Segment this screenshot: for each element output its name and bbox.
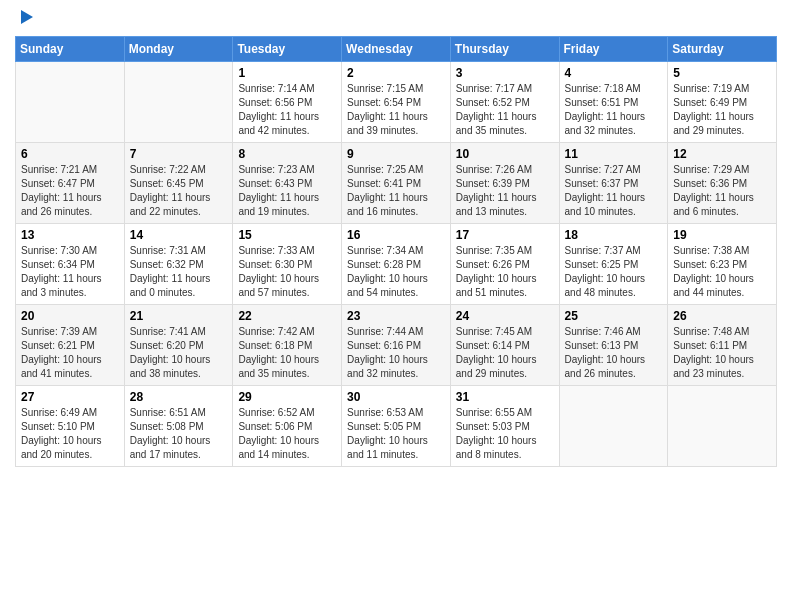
day-number: 11 <box>565 147 663 161</box>
day-number: 26 <box>673 309 771 323</box>
sunrise-text: Sunrise: 7:30 AM <box>21 245 97 256</box>
day-info: Sunrise: 7:45 AM Sunset: 6:14 PM Dayligh… <box>456 325 554 381</box>
day-info: Sunrise: 7:26 AM Sunset: 6:39 PM Dayligh… <box>456 163 554 219</box>
sunrise-text: Sunrise: 7:29 AM <box>673 164 749 175</box>
sunset-text: Sunset: 5:05 PM <box>347 421 421 432</box>
day-number: 19 <box>673 228 771 242</box>
day-number: 7 <box>130 147 228 161</box>
calendar-header-sunday: Sunday <box>16 37 125 62</box>
calendar-cell: 23 Sunrise: 7:44 AM Sunset: 6:16 PM Dayl… <box>342 305 451 386</box>
daylight-text: Daylight: 11 hours and 3 minutes. <box>21 273 102 298</box>
sunrise-text: Sunrise: 7:39 AM <box>21 326 97 337</box>
day-number: 14 <box>130 228 228 242</box>
sunset-text: Sunset: 5:08 PM <box>130 421 204 432</box>
day-number: 1 <box>238 66 336 80</box>
sunset-text: Sunset: 6:52 PM <box>456 97 530 108</box>
sunrise-text: Sunrise: 7:23 AM <box>238 164 314 175</box>
calendar-header-monday: Monday <box>124 37 233 62</box>
daylight-text: Daylight: 10 hours and 48 minutes. <box>565 273 646 298</box>
sunset-text: Sunset: 5:06 PM <box>238 421 312 432</box>
daylight-text: Daylight: 10 hours and 38 minutes. <box>130 354 211 379</box>
sunset-text: Sunset: 6:41 PM <box>347 178 421 189</box>
calendar-cell: 7 Sunrise: 7:22 AM Sunset: 6:45 PM Dayli… <box>124 143 233 224</box>
daylight-text: Daylight: 11 hours and 0 minutes. <box>130 273 211 298</box>
day-number: 12 <box>673 147 771 161</box>
day-info: Sunrise: 7:42 AM Sunset: 6:18 PM Dayligh… <box>238 325 336 381</box>
sunrise-text: Sunrise: 6:51 AM <box>130 407 206 418</box>
calendar-cell: 18 Sunrise: 7:37 AM Sunset: 6:25 PM Dayl… <box>559 224 668 305</box>
calendar-table: SundayMondayTuesdayWednesdayThursdayFrid… <box>15 36 777 467</box>
day-info: Sunrise: 6:51 AM Sunset: 5:08 PM Dayligh… <box>130 406 228 462</box>
day-number: 13 <box>21 228 119 242</box>
calendar-cell: 26 Sunrise: 7:48 AM Sunset: 6:11 PM Dayl… <box>668 305 777 386</box>
daylight-text: Daylight: 11 hours and 6 minutes. <box>673 192 754 217</box>
sunset-text: Sunset: 6:13 PM <box>565 340 639 351</box>
logo-arrow-icon <box>17 8 35 26</box>
calendar-week-4: 20 Sunrise: 7:39 AM Sunset: 6:21 PM Dayl… <box>16 305 777 386</box>
sunset-text: Sunset: 6:14 PM <box>456 340 530 351</box>
sunset-text: Sunset: 6:16 PM <box>347 340 421 351</box>
calendar-cell: 31 Sunrise: 6:55 AM Sunset: 5:03 PM Dayl… <box>450 386 559 467</box>
day-number: 9 <box>347 147 445 161</box>
day-number: 15 <box>238 228 336 242</box>
sunset-text: Sunset: 6:32 PM <box>130 259 204 270</box>
sunrise-text: Sunrise: 7:25 AM <box>347 164 423 175</box>
day-number: 6 <box>21 147 119 161</box>
sunrise-text: Sunrise: 7:15 AM <box>347 83 423 94</box>
daylight-text: Daylight: 11 hours and 29 minutes. <box>673 111 754 136</box>
daylight-text: Daylight: 11 hours and 22 minutes. <box>130 192 211 217</box>
day-info: Sunrise: 6:49 AM Sunset: 5:10 PM Dayligh… <box>21 406 119 462</box>
sunrise-text: Sunrise: 7:41 AM <box>130 326 206 337</box>
sunrise-text: Sunrise: 7:27 AM <box>565 164 641 175</box>
day-number: 20 <box>21 309 119 323</box>
calendar-cell: 12 Sunrise: 7:29 AM Sunset: 6:36 PM Dayl… <box>668 143 777 224</box>
day-info: Sunrise: 7:22 AM Sunset: 6:45 PM Dayligh… <box>130 163 228 219</box>
calendar-cell: 27 Sunrise: 6:49 AM Sunset: 5:10 PM Dayl… <box>16 386 125 467</box>
day-number: 25 <box>565 309 663 323</box>
sunrise-text: Sunrise: 7:34 AM <box>347 245 423 256</box>
sunset-text: Sunset: 6:49 PM <box>673 97 747 108</box>
day-info: Sunrise: 7:48 AM Sunset: 6:11 PM Dayligh… <box>673 325 771 381</box>
day-info: Sunrise: 7:21 AM Sunset: 6:47 PM Dayligh… <box>21 163 119 219</box>
calendar-cell: 17 Sunrise: 7:35 AM Sunset: 6:26 PM Dayl… <box>450 224 559 305</box>
sunrise-text: Sunrise: 7:48 AM <box>673 326 749 337</box>
day-info: Sunrise: 7:25 AM Sunset: 6:41 PM Dayligh… <box>347 163 445 219</box>
day-info: Sunrise: 7:23 AM Sunset: 6:43 PM Dayligh… <box>238 163 336 219</box>
calendar-cell: 30 Sunrise: 6:53 AM Sunset: 5:05 PM Dayl… <box>342 386 451 467</box>
sunset-text: Sunset: 6:54 PM <box>347 97 421 108</box>
day-number: 24 <box>456 309 554 323</box>
daylight-text: Daylight: 10 hours and 8 minutes. <box>456 435 537 460</box>
day-info: Sunrise: 7:30 AM Sunset: 6:34 PM Dayligh… <box>21 244 119 300</box>
day-number: 28 <box>130 390 228 404</box>
sunrise-text: Sunrise: 6:53 AM <box>347 407 423 418</box>
sunset-text: Sunset: 6:47 PM <box>21 178 95 189</box>
daylight-text: Daylight: 11 hours and 42 minutes. <box>238 111 319 136</box>
sunset-text: Sunset: 6:11 PM <box>673 340 747 351</box>
sunrise-text: Sunrise: 7:19 AM <box>673 83 749 94</box>
calendar-cell: 22 Sunrise: 7:42 AM Sunset: 6:18 PM Dayl… <box>233 305 342 386</box>
sunset-text: Sunset: 6:26 PM <box>456 259 530 270</box>
daylight-text: Daylight: 10 hours and 26 minutes. <box>565 354 646 379</box>
daylight-text: Daylight: 10 hours and 57 minutes. <box>238 273 319 298</box>
calendar-cell: 5 Sunrise: 7:19 AM Sunset: 6:49 PM Dayli… <box>668 62 777 143</box>
calendar-header-row: SundayMondayTuesdayWednesdayThursdayFrid… <box>16 37 777 62</box>
daylight-text: Daylight: 10 hours and 35 minutes. <box>238 354 319 379</box>
calendar-cell: 9 Sunrise: 7:25 AM Sunset: 6:41 PM Dayli… <box>342 143 451 224</box>
day-number: 27 <box>21 390 119 404</box>
sunrise-text: Sunrise: 7:46 AM <box>565 326 641 337</box>
day-number: 17 <box>456 228 554 242</box>
daylight-text: Daylight: 10 hours and 51 minutes. <box>456 273 537 298</box>
sunset-text: Sunset: 6:25 PM <box>565 259 639 270</box>
day-number: 16 <box>347 228 445 242</box>
day-number: 29 <box>238 390 336 404</box>
daylight-text: Daylight: 10 hours and 32 minutes. <box>347 354 428 379</box>
sunset-text: Sunset: 6:23 PM <box>673 259 747 270</box>
sunset-text: Sunset: 6:37 PM <box>565 178 639 189</box>
day-info: Sunrise: 7:29 AM Sunset: 6:36 PM Dayligh… <box>673 163 771 219</box>
daylight-text: Daylight: 11 hours and 39 minutes. <box>347 111 428 136</box>
calendar-week-5: 27 Sunrise: 6:49 AM Sunset: 5:10 PM Dayl… <box>16 386 777 467</box>
day-info: Sunrise: 7:18 AM Sunset: 6:51 PM Dayligh… <box>565 82 663 138</box>
sunrise-text: Sunrise: 7:35 AM <box>456 245 532 256</box>
calendar-cell: 2 Sunrise: 7:15 AM Sunset: 6:54 PM Dayli… <box>342 62 451 143</box>
daylight-text: Daylight: 11 hours and 19 minutes. <box>238 192 319 217</box>
